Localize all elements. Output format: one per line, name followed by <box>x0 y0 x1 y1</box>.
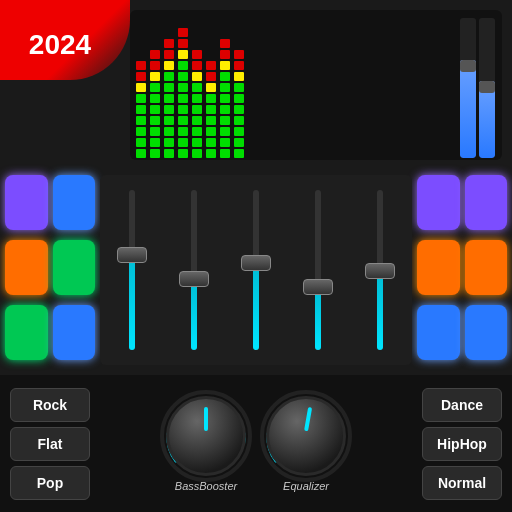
spectrum-segment <box>136 94 146 103</box>
middle-section <box>0 170 512 370</box>
fader-fill-1 <box>191 278 197 350</box>
pads-right <box>417 175 507 365</box>
spectrum-segment <box>136 72 146 81</box>
preset-left-rock[interactable]: Rock <box>10 388 90 422</box>
pad-right-1[interactable] <box>465 175 508 230</box>
fader-track-1 <box>191 190 197 350</box>
spectrum-segment <box>192 72 202 81</box>
pad-right-3[interactable] <box>465 240 508 295</box>
spectrum-segment <box>164 83 174 92</box>
fader-1 <box>167 180 221 360</box>
spectrum-segment <box>234 83 244 92</box>
volume-thumb-right[interactable] <box>479 81 495 93</box>
spectrum-segment <box>178 116 188 125</box>
bass-booster-knob[interactable] <box>166 396 246 476</box>
spectrum-segment <box>136 83 146 92</box>
spectrum-segment <box>192 116 202 125</box>
spectrum-segment <box>150 149 160 158</box>
spectrum-segment <box>150 127 160 136</box>
spectrum-segment <box>206 116 216 125</box>
spectrum-segment <box>150 72 160 81</box>
spectrum-analyzer <box>130 10 502 160</box>
spectrum-segment <box>178 138 188 147</box>
pad-left-1[interactable] <box>53 175 96 230</box>
fader-thumb-4[interactable] <box>365 263 395 279</box>
spectrum-segment <box>178 61 188 70</box>
pad-left-4[interactable] <box>5 305 48 360</box>
fader-fill-0 <box>129 254 135 350</box>
volume-bar-right <box>479 18 495 158</box>
spectrum-bar-col <box>233 18 245 158</box>
spectrum-segment <box>164 127 174 136</box>
fader-thumb-1[interactable] <box>179 271 209 287</box>
preset-right-dance[interactable]: Dance <box>422 388 502 422</box>
spectrum-segment <box>164 50 174 59</box>
preset-left-flat[interactable]: Flat <box>10 427 90 461</box>
volume-thumb-left[interactable] <box>460 60 476 72</box>
spectrum-segment <box>234 116 244 125</box>
spectrum-segment <box>192 149 202 158</box>
pads-left <box>5 175 95 365</box>
pad-right-0[interactable] <box>417 175 460 230</box>
volume-bar-left <box>460 18 476 158</box>
pad-left-2[interactable] <box>5 240 48 295</box>
spectrum-segment <box>220 138 230 147</box>
pad-right-5[interactable] <box>465 305 508 360</box>
spectrum-segment <box>220 94 230 103</box>
spectrum-bar-col <box>219 18 231 158</box>
fader-thumb-0[interactable] <box>117 247 147 263</box>
pad-left-5[interactable] <box>53 305 96 360</box>
preset-right-normal[interactable]: Normal <box>422 466 502 500</box>
pad-left-0[interactable] <box>5 175 48 230</box>
spectrum-segment <box>220 116 230 125</box>
knobs-area: BassBooster Equalizer <box>100 380 412 507</box>
fader-thumb-3[interactable] <box>303 279 333 295</box>
spectrum-segment <box>178 72 188 81</box>
fader-0 <box>105 180 159 360</box>
fader-4 <box>353 180 407 360</box>
spectrum-segment <box>234 94 244 103</box>
spectrum-segment <box>178 83 188 92</box>
pad-left-3[interactable] <box>53 240 96 295</box>
spectrum-segment <box>234 105 244 114</box>
spectrum-segment <box>234 72 244 81</box>
bass-booster-knob-container: BassBooster <box>166 396 246 492</box>
spectrum-segment <box>206 83 216 92</box>
fader-fill-4 <box>377 270 383 350</box>
presets-right: DanceHipHopNormal <box>422 388 502 500</box>
fader-thumb-2[interactable] <box>241 255 271 271</box>
year-banner: 2024 <box>0 0 130 80</box>
spectrum-segment <box>192 50 202 59</box>
equalizer-knob[interactable] <box>266 396 346 476</box>
spectrum-segment <box>150 61 160 70</box>
spectrum-segment <box>192 138 202 147</box>
spectrum-segment <box>234 127 244 136</box>
spectrum-segment <box>136 149 146 158</box>
preset-right-hiphop[interactable]: HipHop <box>422 427 502 461</box>
spectrum-segment <box>150 105 160 114</box>
spectrum-segment <box>150 94 160 103</box>
fader-track-2 <box>253 190 259 350</box>
spectrum-segment <box>136 61 146 70</box>
spectrum-segment <box>178 50 188 59</box>
spectrum-segment <box>164 116 174 125</box>
spectrum-segment <box>206 94 216 103</box>
spectrum-segment <box>220 72 230 81</box>
volume-fill-left <box>460 60 476 158</box>
pad-right-2[interactable] <box>417 240 460 295</box>
preset-left-pop[interactable]: Pop <box>10 466 90 500</box>
spectrum-segment <box>164 72 174 81</box>
spectrum-bar-col <box>149 18 161 158</box>
spectrum-segment <box>150 50 160 59</box>
spectrum-bar-col <box>205 18 217 158</box>
pad-right-4[interactable] <box>417 305 460 360</box>
fader-track-3 <box>315 190 321 350</box>
spectrum-segment <box>136 116 146 125</box>
spectrum-segment <box>164 39 174 48</box>
spectrum-bar-col <box>163 18 175 158</box>
spectrum-segment <box>192 105 202 114</box>
spectrum-segment <box>234 61 244 70</box>
spectrum-segment <box>136 138 146 147</box>
spectrum-segment <box>234 138 244 147</box>
bottom-section: RockFlatPop BassBooster <box>0 375 512 512</box>
